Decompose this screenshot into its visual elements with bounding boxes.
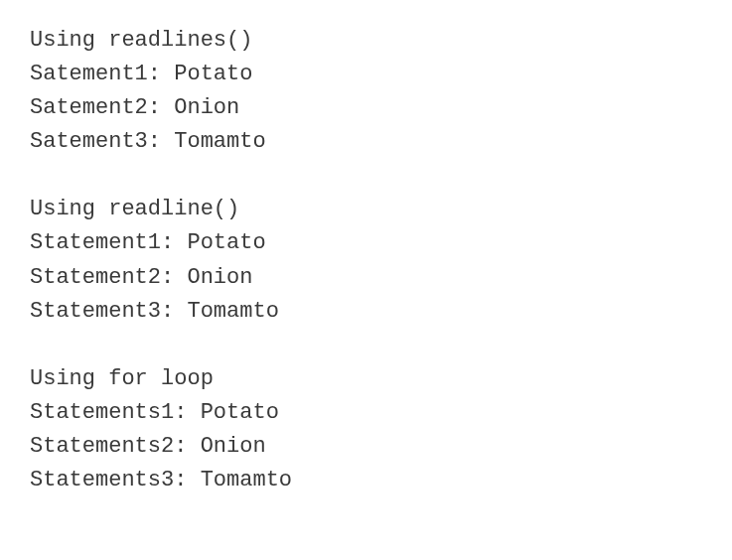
output-line: Satement3: Tomamto xyxy=(30,125,702,159)
output-line: Statement2: Onion xyxy=(30,261,702,295)
output-line: Statement3: Tomamto xyxy=(30,295,702,329)
output-line: Statements1: Potato xyxy=(30,396,702,430)
output-line: Statements2: Onion xyxy=(30,430,702,464)
block-header: Using for loop xyxy=(30,362,702,396)
output-line: Statements3: Tomamto xyxy=(30,464,702,497)
output-block-readlines: Using readlines() Satement1: Potato Sate… xyxy=(30,24,702,159)
output-line: Statement1: Potato xyxy=(30,226,702,260)
block-header: Using readlines() xyxy=(30,24,702,58)
output-block-readline: Using readline() Statement1: Potato Stat… xyxy=(30,193,702,328)
output-line: Satement2: Onion xyxy=(30,91,702,125)
block-header: Using readline() xyxy=(30,193,702,226)
output-line: Satement1: Potato xyxy=(30,58,702,91)
output-block-forloop: Using for loop Statements1: Potato State… xyxy=(30,362,702,497)
